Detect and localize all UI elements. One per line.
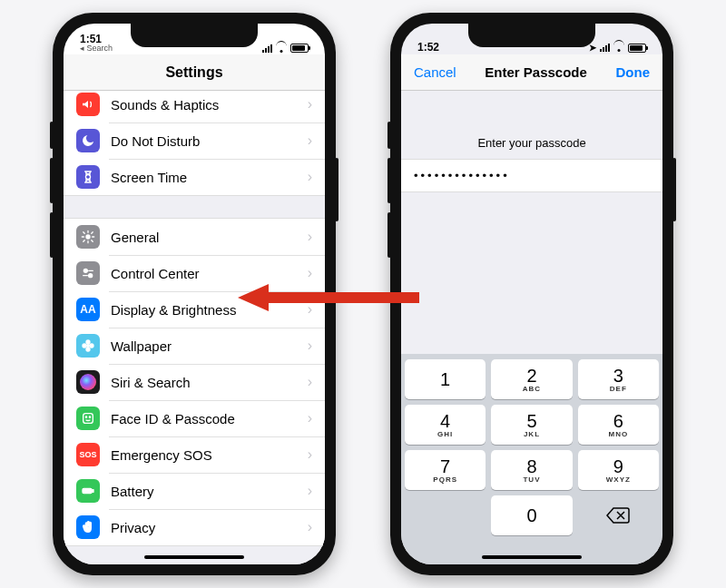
key-number: 6 bbox=[613, 412, 623, 430]
settings-row-general[interactable]: General› bbox=[64, 219, 325, 255]
settings-row-battery[interactable]: Battery› bbox=[64, 473, 325, 509]
row-label: General bbox=[111, 230, 308, 245]
svg-point-3 bbox=[89, 274, 93, 278]
key-number: 0 bbox=[526, 506, 536, 524]
cancel-button[interactable]: Cancel bbox=[414, 64, 456, 80]
svg-point-8 bbox=[83, 344, 86, 348]
wallpaper-icon bbox=[76, 334, 100, 358]
passcode-field[interactable]: •••••••••••••• bbox=[401, 159, 662, 192]
keypad-key-7[interactable]: 7PQRS bbox=[405, 450, 486, 490]
iphone-passcode: 1:52 ➤ Cancel Enter Passcode Done Enter … bbox=[390, 13, 673, 575]
key-letters: DEF bbox=[610, 385, 627, 393]
chevron-right-icon: › bbox=[308, 483, 312, 499]
row-label: Display & Brightness bbox=[111, 302, 308, 318]
chevron-right-icon: › bbox=[308, 519, 312, 535]
key-letters: JKL bbox=[524, 430, 540, 438]
general-icon bbox=[76, 225, 100, 249]
sos-icon: SOS bbox=[76, 443, 100, 466]
screen-time-icon bbox=[76, 165, 100, 189]
chevron-right-icon: › bbox=[308, 132, 312, 149]
keypad-blank bbox=[405, 495, 486, 535]
settings-row-sounds-haptics[interactable]: Sounds & Haptics› bbox=[64, 91, 325, 122]
sounds-haptics-icon bbox=[76, 93, 100, 116]
battery-icon bbox=[76, 479, 100, 503]
wifi-icon bbox=[276, 44, 287, 53]
done-button[interactable]: Done bbox=[615, 64, 650, 80]
page-title: Enter Passcode bbox=[485, 64, 587, 80]
passcode-prompt: Enter your passcode bbox=[401, 91, 662, 159]
chevron-right-icon: › bbox=[308, 338, 312, 354]
notch bbox=[468, 24, 595, 47]
row-label: Sounds & Haptics bbox=[111, 97, 308, 113]
chevron-right-icon: › bbox=[308, 265, 312, 281]
signal-icon bbox=[262, 44, 272, 53]
svg-point-12 bbox=[89, 416, 90, 417]
key-number: 8 bbox=[526, 457, 536, 475]
keypad-key-3[interactable]: 3DEF bbox=[578, 359, 659, 399]
page-title: Settings bbox=[165, 64, 222, 81]
svg-point-1 bbox=[83, 269, 87, 272]
settings-row-faceid[interactable]: Face ID & Passcode› bbox=[64, 400, 325, 436]
status-back-search[interactable]: ◂ Search bbox=[80, 44, 113, 53]
nav-bar: Cancel Enter Passcode Done bbox=[401, 54, 662, 91]
keypad-key-6[interactable]: 6MNO bbox=[578, 405, 659, 445]
keypad-delete[interactable] bbox=[578, 495, 659, 535]
faceid-icon bbox=[76, 407, 100, 430]
iphone-settings: 1:51 ◂ Search Settings Sounds & Haptics›… bbox=[53, 13, 336, 575]
svg-point-11 bbox=[85, 416, 86, 417]
row-label: Control Center bbox=[111, 266, 308, 281]
home-indicator[interactable] bbox=[482, 555, 582, 559]
row-label: Do Not Disturb bbox=[111, 133, 308, 149]
chevron-right-icon: › bbox=[308, 229, 312, 245]
svg-rect-14 bbox=[93, 490, 93, 493]
key-number: 1 bbox=[440, 370, 450, 388]
keypad-key-4[interactable]: 4GHI bbox=[405, 405, 486, 445]
siri-icon bbox=[76, 370, 100, 394]
key-number: 3 bbox=[613, 367, 623, 385]
display-icon: AA bbox=[76, 298, 100, 321]
signal-icon bbox=[600, 44, 610, 52]
svg-point-7 bbox=[86, 348, 90, 351]
settings-list[interactable]: Sounds & Haptics›Do Not Disturb›Screen T… bbox=[64, 91, 325, 564]
row-label: Face ID & Passcode bbox=[111, 411, 308, 426]
key-number: 9 bbox=[613, 457, 623, 475]
row-label: Battery bbox=[111, 484, 308, 499]
settings-row-control-center[interactable]: Control Center› bbox=[64, 255, 325, 291]
chevron-right-icon: › bbox=[308, 169, 312, 185]
privacy-icon bbox=[76, 515, 100, 539]
battery-icon bbox=[628, 44, 646, 53]
keypad-key-2[interactable]: 2ABC bbox=[491, 359, 572, 399]
do-not-disturb-icon bbox=[76, 129, 100, 152]
settings-row-privacy[interactable]: Privacy› bbox=[64, 509, 325, 545]
key-number: 2 bbox=[526, 367, 536, 385]
location-icon: ➤ bbox=[589, 43, 596, 53]
svg-point-0 bbox=[86, 235, 90, 239]
row-label: Screen Time bbox=[111, 170, 308, 185]
settings-row-do-not-disturb[interactable]: Do Not Disturb› bbox=[64, 122, 325, 159]
settings-row-siri[interactable]: Siri & Search› bbox=[64, 364, 325, 400]
settings-row-sos[interactable]: SOSEmergency SOS› bbox=[64, 436, 325, 473]
keypad-key-1[interactable]: 1 bbox=[405, 359, 486, 399]
chevron-right-icon: › bbox=[308, 96, 312, 113]
settings-row-display[interactable]: AADisplay & Brightness› bbox=[64, 291, 325, 328]
svg-point-9 bbox=[90, 344, 93, 348]
keypad-key-5[interactable]: 5JKL bbox=[491, 405, 572, 445]
key-number: 4 bbox=[440, 412, 450, 430]
svg-rect-10 bbox=[83, 414, 93, 424]
key-letters: GHI bbox=[437, 430, 453, 438]
row-label: Privacy bbox=[111, 520, 308, 535]
key-letters: PQRS bbox=[433, 475, 457, 484]
keypad-key-9[interactable]: 9WXYZ bbox=[578, 450, 659, 490]
keypad-key-0[interactable]: 0 bbox=[491, 495, 572, 535]
settings-row-screen-time[interactable]: Screen Time› bbox=[64, 159, 325, 195]
chevron-right-icon: › bbox=[308, 374, 312, 390]
key-letters: MNO bbox=[608, 430, 628, 438]
numeric-keypad: 12ABC3DEF4GHI5JKL6MNO7PQRS8TUV9WXYZ0 bbox=[401, 354, 662, 564]
settings-row-wallpaper[interactable]: Wallpaper› bbox=[64, 328, 325, 364]
home-indicator[interactable] bbox=[144, 555, 244, 559]
chevron-right-icon: › bbox=[308, 301, 312, 318]
notch bbox=[131, 24, 258, 47]
keypad-key-8[interactable]: 8TUV bbox=[491, 450, 572, 490]
status-time: 1:52 bbox=[417, 42, 439, 53]
key-number: 5 bbox=[526, 412, 536, 430]
